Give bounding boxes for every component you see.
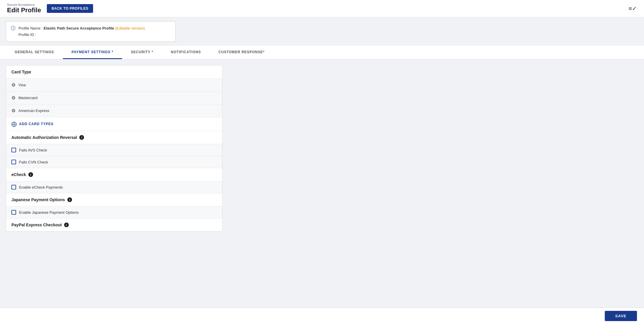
profile-name-value: Elastic Path Secure Acceptance Profile [44,26,114,30]
info-icon: ⓘ [11,25,16,32]
gear-icon-mastercard: ⚙ [11,95,16,101]
top-bar: Secure Acceptance Edit Profile BACK TO P… [0,0,644,17]
header-title-group: Secure Acceptance Edit Profile [7,3,41,14]
tab-general-settings[interactable]: GENERAL SETTINGS [6,46,63,59]
menu-check-icon[interactable]: ≡✓ [628,5,637,12]
paypal-header: PayPal Express Checkout i [6,218,222,232]
add-card-types-row[interactable]: ⨁ ADD CARD TYPES [6,117,222,131]
profile-info-box: ⓘ Profile Name : Elastic Path Secure Acc… [6,21,176,42]
paypal-info-icon[interactable]: i [64,223,69,227]
fails-cvn-row: Fails CVN Check [6,156,222,168]
card-type-mastercard: ⚙ Mastercard [6,92,222,104]
profile-id-label: Profile ID : [18,32,36,37]
enable-echeck-row: Enable eCheck Payments [6,181,222,193]
tab-notifications[interactable]: NOTIFICATIONS [162,46,210,59]
page-title: Edit Profile [7,6,41,14]
auto-auth-reversal-info-icon[interactable]: i [79,135,84,140]
content-panel: Card Type ⚙ Visa ⚙ Mastercard ⚙ American… [6,65,222,232]
back-to-profiles-button[interactable]: BACK TO PROFILES [47,4,93,13]
editable-version-label[interactable]: (Editable version) [115,26,145,30]
card-type-visa: ⚙ Visa [6,79,222,92]
tab-payment-settings[interactable]: PAYMENT SETTINGS * [63,46,122,59]
japanese-payment-info-icon[interactable]: i [67,197,72,202]
enable-japanese-checkbox[interactable] [11,210,16,215]
fails-cvn-label: Fails CVN Check [19,160,48,164]
fails-avs-row: Fails AVS Check [6,144,222,156]
mastercard-label: Mastercard [18,96,37,100]
bottom-bar: SAVE [0,308,644,324]
japanese-payment-header: Japanese Payment Options i [6,193,222,206]
auto-auth-reversal-header: Automatic Authorization Reversal i [6,131,222,144]
tab-security[interactable]: SECURITY * [122,46,162,59]
add-circle-icon: ⨁ [11,121,17,127]
amex-label: American Express [18,108,49,113]
echeck-header: eCheck i [6,168,222,181]
echeck-info-icon[interactable]: i [28,172,33,177]
main-content: Card Type ⚙ Visa ⚙ Mastercard ⚙ American… [0,59,644,238]
fails-cvn-checkbox[interactable] [11,160,16,164]
card-type-header: Card Type [6,66,222,79]
enable-echeck-checkbox[interactable] [11,185,16,189]
gear-icon-amex: ⚙ [11,108,16,113]
gear-icon-visa: ⚙ [11,82,16,88]
secure-acceptance-label: Secure Acceptance [7,3,41,6]
paypal-label: PayPal Express Checkout [11,223,62,227]
enable-japanese-label: Enable Japanese Payment Options [19,210,79,215]
fails-avs-checkbox[interactable] [11,148,16,152]
profile-name-label: Profile Name : [18,26,42,30]
tabs-bar: GENERAL SETTINGS PAYMENT SETTINGS * SECU… [0,46,644,59]
card-type-amex: ⚙ American Express [6,104,222,117]
japanese-payment-label: Japanese Payment Options [11,197,65,202]
profile-info-text: Profile Name : Elastic Path Secure Accep… [18,25,145,38]
echeck-label: eCheck [11,172,26,177]
auto-auth-reversal-label: Automatic Authorization Reversal [11,135,77,140]
visa-label: Visa [18,83,26,87]
enable-japanese-row: Enable Japanese Payment Options [6,206,222,218]
fails-avs-label: Fails AVS Check [19,148,47,152]
enable-echeck-label: Enable eCheck Payments [19,185,63,189]
top-bar-right: ≡✓ [628,5,637,12]
save-button[interactable]: SAVE [605,311,637,321]
tab-customer-response[interactable]: CUSTOMER RESPONSE* [210,46,273,59]
add-card-types-label: ADD CARD TYPES [19,122,54,126]
